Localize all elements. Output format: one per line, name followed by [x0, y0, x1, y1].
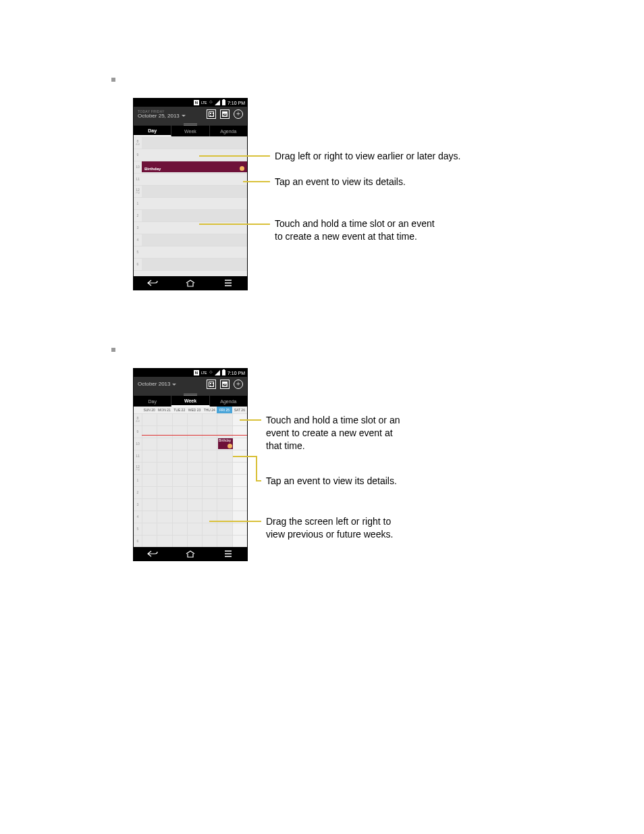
header-date-picker[interactable]: October 2013 — [138, 382, 203, 387]
add-event-button[interactable]: + — [234, 380, 243, 389]
time-slot[interactable] — [142, 523, 247, 535]
header-title-text: October 25, 2013 — [138, 113, 180, 119]
lte-label: LTE — [201, 371, 207, 375]
phone-screenshot-day: N LTE 7:10 PM TODAY FRIDAY October 25, 2… — [133, 98, 248, 290]
time-slot[interactable] — [142, 271, 247, 276]
tab-agenda[interactable]: Agenda — [210, 396, 247, 407]
week-day-label[interactable]: SUN 20 — [142, 407, 157, 413]
brightness-icon — [209, 371, 213, 375]
status-bar: N LTE 7:10 PM — [134, 99, 247, 107]
dropdown-arrow-icon — [182, 115, 186, 117]
time-slot[interactable] — [142, 475, 247, 486]
time-slot[interactable] — [142, 137, 247, 149]
status-bar: N LTE 7:10 PM — [134, 369, 247, 377]
nfc-icon: N — [194, 100, 199, 105]
status-time: 7:10 PM — [227, 371, 245, 375]
time-slot[interactable] — [142, 414, 247, 425]
callout-connector — [256, 480, 261, 481]
status-time: 7:10 PM — [227, 101, 245, 105]
header-date-picker[interactable]: TODAY FRIDAY October 25, 2013 — [138, 110, 203, 119]
tab-week[interactable]: Week — [171, 126, 209, 136]
callout-connector — [209, 521, 261, 522]
callout-connector — [240, 419, 261, 421]
brightness-icon — [209, 101, 213, 105]
go-to-today-button[interactable]: 25 — [220, 380, 230, 389]
callout-connector — [199, 224, 270, 225]
time-slot[interactable] — [142, 426, 247, 438]
calendar-event[interactable]: Birthday — [218, 438, 233, 449]
time-slot[interactable] — [142, 174, 247, 185]
signal-icon — [215, 100, 220, 105]
time-slot[interactable] — [142, 246, 247, 258]
add-event-button[interactable]: + — [234, 109, 243, 119]
week-day-header: SUN 20 MON 21 TUE 22 WED 23 THU 24 FRI 2… — [134, 407, 247, 413]
nfc-icon: N — [194, 370, 199, 375]
week-day-label[interactable]: MON 21 — [157, 407, 171, 413]
view-tabs: Day Week Agenda — [134, 126, 247, 136]
callout-connector — [243, 181, 270, 182]
section-week-view: N LTE 7:10 PM October 2013 25 + — [111, 348, 644, 598]
tab-week[interactable]: Week — [171, 396, 209, 407]
header-title-text: October 2013 — [138, 382, 170, 387]
day-grid[interactable]: 8AM 9 10 11 12PM 1 2 3 4 5 6 Birthday — [134, 136, 247, 276]
signal-icon — [215, 370, 220, 375]
week-day-label[interactable]: THU 24 — [202, 407, 217, 413]
callout-text: Tap an event to view its details. — [266, 475, 397, 488]
battery-icon — [222, 100, 225, 105]
lte-label: LTE — [201, 101, 207, 105]
time-slot[interactable] — [142, 210, 247, 221]
back-button[interactable] — [134, 547, 171, 561]
week-day-label[interactable]: FRI 25 — [217, 407, 232, 413]
time-slot[interactable] — [142, 450, 247, 462]
week-day-label[interactable]: SAT 26 — [232, 407, 247, 413]
time-slot[interactable] — [142, 499, 247, 511]
view-tabs: Day Week Agenda — [134, 396, 247, 407]
app-header: October 2013 25 + — [134, 377, 247, 392]
bullet — [111, 78, 115, 82]
section-day-view: N LTE 7:10 PM TODAY FRIDAY October 25, 2… — [111, 78, 644, 328]
week-day-label[interactable]: TUE 22 — [172, 407, 187, 413]
recent-apps-button[interactable] — [209, 276, 247, 290]
callout-connector — [233, 456, 256, 457]
callout-text: Drag the screen left or right to view pr… — [266, 515, 393, 541]
event-icon — [227, 444, 232, 448]
callout-connector — [199, 155, 270, 157]
week-grid[interactable]: 8AM 9 10 11 12PM 1 2 3 4 5 6 Birthday — [134, 413, 247, 547]
calendar-event[interactable]: Birthday — [142, 161, 247, 172]
time-slot[interactable] — [142, 259, 247, 270]
bullet — [111, 348, 115, 352]
tab-day[interactable]: Day — [134, 396, 171, 407]
android-nav-bar — [134, 547, 247, 561]
time-slot[interactable] — [142, 234, 247, 246]
callout-text: Drag left or right to view earlier or la… — [275, 150, 460, 163]
home-button[interactable] — [171, 276, 209, 290]
week-day-label[interactable]: WED 23 — [187, 407, 202, 413]
time-slot[interactable] — [142, 463, 247, 474]
back-button[interactable] — [134, 276, 171, 290]
callout-connector — [256, 456, 257, 480]
tab-day[interactable]: Day — [134, 126, 171, 136]
dropdown-arrow-icon — [172, 384, 176, 386]
event-icon — [240, 166, 244, 171]
event-label: Birthday — [219, 438, 231, 442]
callout-text: Tap an event to view its details. — [275, 176, 406, 188]
time-slot[interactable] — [142, 186, 247, 197]
go-to-today-button[interactable]: 25 — [220, 109, 230, 119]
time-slot[interactable] — [142, 487, 247, 498]
event-label: Birthday — [144, 167, 161, 171]
current-time-indicator — [142, 435, 247, 436]
android-nav-bar — [134, 276, 247, 290]
time-slot[interactable] — [142, 198, 247, 209]
phone-screenshot-week: N LTE 7:10 PM October 2013 25 + — [133, 368, 248, 561]
calendar-icon[interactable] — [207, 109, 216, 119]
time-slot[interactable] — [142, 536, 247, 547]
callout-text: Touch and hold a time slot or an event t… — [266, 414, 400, 452]
home-button[interactable] — [171, 547, 209, 561]
tab-agenda[interactable]: Agenda — [210, 126, 247, 136]
recent-apps-button[interactable] — [209, 547, 247, 561]
battery-icon — [222, 370, 225, 375]
callout-text: Touch and hold a time slot or an event t… — [275, 217, 435, 243]
app-header: TODAY FRIDAY October 25, 2013 25 + — [134, 107, 247, 122]
calendar-icon[interactable] — [207, 380, 216, 389]
